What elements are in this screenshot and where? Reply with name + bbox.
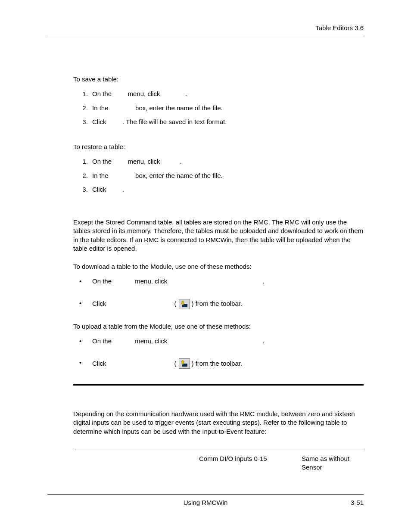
page: Table Editors 3.6 To save a table: On th… xyxy=(0,0,411,532)
header-title: Table Editors 3.6 xyxy=(315,24,364,31)
download-icon xyxy=(179,299,190,309)
text: Click xyxy=(92,299,106,308)
text: . The file will be saved in text format. xyxy=(122,118,227,125)
text: menu, click xyxy=(135,277,169,285)
restore-intro: To restore a table: xyxy=(73,143,364,151)
text: On the xyxy=(92,158,113,165)
download-intro: To download a table to the Module, use o… xyxy=(73,262,364,271)
list-item: Click . The file will be saved in text f… xyxy=(90,118,364,126)
text: . xyxy=(262,337,264,345)
save-steps: On the menu, click . In the box, enter t… xyxy=(73,90,364,126)
text: box, enter the name of the file. xyxy=(135,104,223,112)
list-item: Click ( ) from the toolbar. xyxy=(79,358,364,369)
table-cell-3: Same as without Sensor xyxy=(300,449,364,474)
list-item: On the menu, click . xyxy=(79,277,364,286)
svg-rect-2 xyxy=(184,364,187,367)
text: menu, click xyxy=(128,90,162,97)
svg-rect-1 xyxy=(182,305,184,307)
list-item: On the menu, click . xyxy=(90,157,364,166)
main-paragraph: Except the Stored Command table, all tab… xyxy=(73,218,364,253)
restore-steps: On the menu, click . In the box, enter t… xyxy=(73,157,364,194)
list-item: Click . xyxy=(90,185,364,194)
text: menu, click xyxy=(128,158,162,165)
list-item: On the menu, click . xyxy=(79,337,364,345)
text: ) from the toolbar. xyxy=(192,359,243,368)
text: Click xyxy=(92,186,108,193)
upload-icon xyxy=(179,358,190,369)
footer-right: 3-51 xyxy=(258,499,364,506)
text: . xyxy=(185,90,187,97)
section-divider xyxy=(73,384,364,386)
save-intro: To save a table: xyxy=(73,75,364,84)
svg-rect-0 xyxy=(184,304,187,307)
footer-center: Using RMCWin xyxy=(153,499,258,506)
list-item: In the box, enter the name of the file. xyxy=(90,104,364,112)
text: . xyxy=(262,277,264,285)
table-cell-1 xyxy=(73,449,197,474)
text: On the xyxy=(92,337,113,345)
text: Click xyxy=(92,118,108,125)
content-area: To save a table: On the menu, click . In… xyxy=(47,75,364,473)
page-footer: Using RMCWin 3-51 xyxy=(47,494,364,506)
text: In the xyxy=(92,172,110,179)
table-row: Comm DI/O inputs 0-15 Same as without Se… xyxy=(73,449,364,474)
upload-intro: To upload a table from the Module, use o… xyxy=(73,322,364,331)
table-cell-2: Comm DI/O inputs 0-15 xyxy=(197,449,300,474)
text: ( xyxy=(174,299,177,308)
svg-rect-3 xyxy=(182,364,184,367)
text: . xyxy=(180,158,181,165)
text: ) from the toolbar. xyxy=(192,299,243,308)
text: On the xyxy=(92,277,113,285)
text: ( xyxy=(174,359,177,368)
text: . xyxy=(122,186,124,193)
page-header: Table Editors 3.6 xyxy=(47,24,364,36)
text: menu, click xyxy=(135,337,169,345)
text: box, enter the name of the file. xyxy=(135,172,223,179)
text: In the xyxy=(92,104,110,112)
upload-methods: On the menu, click . Click xyxy=(73,337,364,369)
footer-left xyxy=(47,499,153,506)
list-item: Click ( ) from the toolbar. xyxy=(79,299,364,309)
events-paragraph: Depending on the communication hardware … xyxy=(73,410,364,436)
list-item: On the menu, click . xyxy=(90,90,364,98)
download-methods: On the menu, click . Click xyxy=(73,277,364,309)
text: On the xyxy=(92,90,113,97)
list-item: In the box, enter the name of the file. xyxy=(90,171,364,180)
text: Click xyxy=(92,359,106,368)
